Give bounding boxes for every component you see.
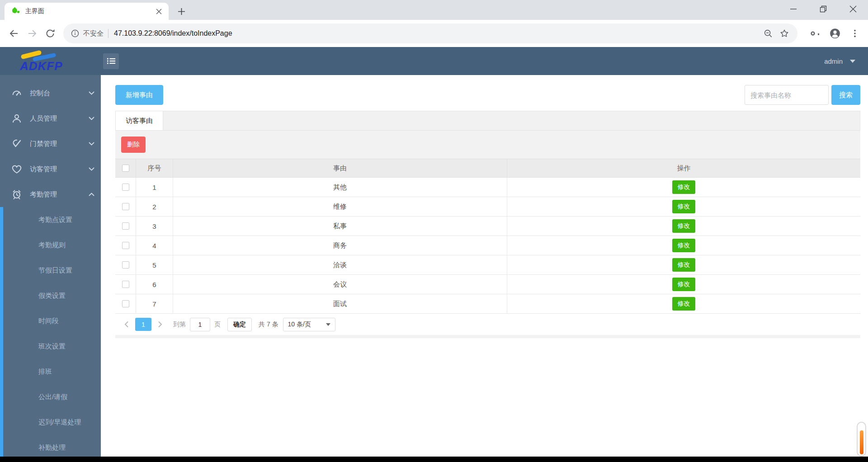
submenu-item-attendance-rules[interactable]: 考勤规则 [0,232,101,258]
submenu-label: 班次设置 [38,342,66,351]
profile-icon[interactable] [828,27,842,40]
reload-icon[interactable] [42,26,58,41]
submenu-item-leave-types[interactable]: 假类设置 [0,283,101,308]
row-checkbox[interactable] [122,222,129,230]
scroll-indicator-widget[interactable] [857,422,866,457]
close-icon[interactable] [838,0,868,18]
modify-button[interactable]: 修改 [672,258,695,272]
bottom-screen-edge [0,457,868,462]
page-number-button[interactable]: 1 [135,318,151,331]
sidebar-item-attendance[interactable]: 考勤管理 [0,182,101,207]
bookmark-star-icon[interactable] [778,28,790,39]
row-reason: 其他 [173,178,507,197]
table-row: 1 其他 修改 [115,178,860,197]
search-button[interactable]: 搜索 [831,85,860,105]
modify-button[interactable]: 修改 [672,219,695,233]
submenu-label: 补勤处理 [38,443,66,452]
key-icon[interactable] [808,27,822,40]
submenu-item-shift-settings[interactable]: 班次设置 [0,334,101,359]
browser-tab[interactable]: 主界面 [5,3,169,20]
menu-dots-icon[interactable] [848,27,862,40]
pagination: 1 到第 页 确定 共 7 条 10 条/页 [115,314,860,335]
sidebar-item-visitor[interactable]: 访客管理 [0,156,101,182]
logo-text: ADKFP [20,59,63,73]
address-bar[interactable]: 不安全 47.103.9.22:8069/index/toIndexPage [63,24,797,43]
submenu-label: 假类设置 [38,292,66,300]
table-row: 7 面试 修改 [115,294,860,314]
add-reason-button[interactable]: 新增事由 [115,85,163,105]
row-checkbox[interactable] [122,300,129,307]
next-page-icon[interactable] [155,320,165,330]
row-checkbox[interactable] [122,184,129,191]
row-no: 7 [136,294,173,313]
submenu-label: 迟到/早退处理 [38,418,81,427]
modify-button[interactable]: 修改 [672,297,695,311]
sidebar-item-console[interactable]: 控制台 [0,80,101,106]
content-tabbar: 访客事由 [115,111,860,131]
prev-page-icon[interactable] [122,320,132,330]
submenu-item-time-periods[interactable]: 时间段 [0,308,101,334]
content-area: 新增事由 搜索 访客事由 删除 序号 事由 操作 [101,75,868,457]
submenu-item-late-early[interactable]: 迟到/早退处理 [0,410,101,435]
user-menu[interactable]: admin [824,57,855,65]
restore-icon[interactable] [808,0,838,18]
address-divider [108,29,108,38]
attendance-submenu: 考勤点设置 考勤规则 节假日设置 假类设置 时间段 班次设置 排班 公出/请假 … [0,207,101,457]
user-name: admin [824,57,843,65]
minimize-icon[interactable] [778,0,808,18]
window-controls [778,0,868,18]
submenu-label: 时间段 [38,317,59,325]
browser-window: 主界面 [0,0,868,462]
submenu-label: 公出/请假 [38,393,67,401]
browser-toolbar: 不安全 47.103.9.22:8069/index/toIndexPage [0,20,868,47]
modify-button[interactable]: 修改 [672,180,695,194]
row-no: 6 [136,275,173,294]
reason-table: 序号 事由 操作 1 其他 修改 2 维修 修改 [115,159,860,314]
row-reason: 洽谈 [173,255,507,274]
column-header-reason: 事由 [173,159,507,177]
delete-button[interactable]: 删除 [121,137,146,153]
modify-button[interactable]: 修改 [672,278,695,291]
modify-button[interactable]: 修改 [672,239,695,252]
back-icon[interactable] [6,26,22,41]
column-header-no: 序号 [136,159,173,177]
row-reason: 会议 [173,275,507,294]
row-checkbox[interactable] [122,242,129,249]
app-logo: ADKFP [0,47,101,75]
total-count-label: 共 7 条 [259,321,278,329]
zoom-out-icon[interactable] [762,28,774,39]
page-size-value: 10 条/页 [288,321,311,329]
console-icon [11,88,22,99]
row-checkbox[interactable] [122,203,129,210]
submenu-item-scheduling[interactable]: 排班 [0,359,101,384]
sidebar-item-access-control[interactable]: 门禁管理 [0,131,101,156]
new-tab-button[interactable] [175,5,188,18]
sidebar-item-label: 人员管理 [30,114,57,123]
chevron-down-icon [89,142,94,146]
row-checkbox[interactable] [122,261,129,269]
confirm-button[interactable]: 确定 [227,318,252,331]
submenu-item-attendance-point[interactable]: 考勤点设置 [0,207,101,232]
person-icon [11,113,22,124]
submenu-item-holiday-settings[interactable]: 节假日设置 [0,258,101,283]
submenu-item-business-leave[interactable]: 公出/请假 [0,384,101,410]
chevron-up-icon [89,193,94,197]
list-menu-icon [107,57,116,65]
sidebar-item-label: 控制台 [30,89,50,98]
tab-visitor-reason[interactable]: 访客事由 [116,111,163,130]
access-check-icon [11,138,22,149]
submenu-item-makeup-attendance[interactable]: 补勤处理 [0,435,101,457]
page-size-select[interactable]: 10 条/页 [283,318,335,331]
app-header: ADKFP admin [0,47,868,75]
submenu-label: 考勤点设置 [38,216,72,224]
sidebar-item-personnel[interactable]: 人员管理 [0,106,101,131]
sidebar-toggle-button[interactable] [103,53,119,69]
goto-page-input[interactable] [190,318,210,331]
row-checkbox[interactable] [122,281,129,288]
tab-close-icon[interactable] [154,7,163,16]
forward-icon[interactable] [24,26,40,41]
search-input[interactable] [745,85,829,105]
modify-button[interactable]: 修改 [672,200,695,213]
select-all-checkbox[interactable] [122,165,129,172]
info-icon[interactable] [71,29,80,38]
